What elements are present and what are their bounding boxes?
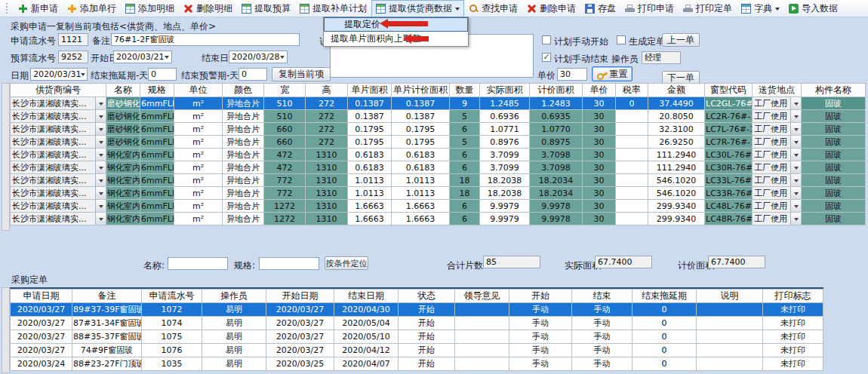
reset-button[interactable]: 重置 <box>592 66 633 81</box>
combo-value: 长沙市潇湘玻璃实... <box>11 149 95 161</box>
toolbar-button-import-data[interactable]: 导入数据 <box>784 0 842 17</box>
combo-dropdown-button[interactable] <box>95 110 106 122</box>
locate-button[interactable]: 按条件定位 <box>325 256 368 270</box>
cell-actual_area: 9.9979 <box>480 213 530 225</box>
combo-dropdown-button[interactable] <box>95 161 106 173</box>
combo-dropdown-button[interactable] <box>95 97 106 109</box>
toolbar-button-find-request[interactable]: 查找申请 <box>464 0 522 17</box>
start-date-picker[interactable]: 2020/03/21 <box>113 51 172 63</box>
cell-supplier[interactable]: 长沙市潇湘玻璃实... <box>11 110 106 123</box>
detail-row[interactable]: 长沙市潇湘玻璃实...磨砂钢化...6mmFLE...m²异地合片5102720… <box>11 97 866 110</box>
cell-supplier[interactable]: 长沙市潇湘玻璃实... <box>11 97 106 110</box>
cell-request_no: 1076 <box>142 344 202 357</box>
menu-item[interactable]: 提取单片面积向上取整 <box>324 32 468 46</box>
cell-supplier[interactable]: 长沙市潇湘玻璃实... <box>11 200 106 213</box>
end-warn-input[interactable]: 0 <box>239 68 267 81</box>
combo-dropdown-button[interactable] <box>790 136 801 148</box>
cell-delivery_location[interactable]: 工厂使用 <box>753 97 802 110</box>
combo-dropdown-button[interactable] <box>95 174 106 186</box>
filter-spec-input[interactable] <box>259 257 319 270</box>
cell-delivery_location[interactable]: 工厂使用 <box>753 149 802 161</box>
toolbar-button-save[interactable]: 存盘 <box>580 0 620 17</box>
operator-label: 操作员 <box>611 53 639 66</box>
order-row[interactable]: 2020/03/2788#35-37F窗固玻1075易明2020/03/2720… <box>11 330 823 344</box>
cell-delivery_location[interactable]: 工厂使用 <box>753 123 802 136</box>
cell-delivery_location[interactable]: 工厂使用 <box>753 213 802 225</box>
combo-dropdown-button[interactable] <box>95 136 106 148</box>
cell-delivery_location[interactable]: 工厂使用 <box>753 200 802 213</box>
cell-supplier[interactable]: 长沙市潇湘玻璃实... <box>11 149 106 161</box>
combo-dropdown-button[interactable] <box>790 123 801 135</box>
manual-end-checkbox[interactable]: ✓ <box>542 53 551 62</box>
combo-dropdown-button[interactable] <box>95 149 106 161</box>
combo-dropdown-button[interactable] <box>790 97 801 109</box>
combo-dropdown-button[interactable] <box>790 110 801 122</box>
combo-dropdown-button[interactable] <box>95 123 106 135</box>
manual-start-checkbox[interactable] <box>542 35 551 44</box>
cell-width: 472 <box>264 149 306 161</box>
cell-supplier[interactable]: 长沙市潇湘玻璃实... <box>11 213 106 225</box>
cell-supplier[interactable]: 长沙市潇湘玻璃实... <box>11 187 106 200</box>
toolbar-button-extract-supplement-plan[interactable]: 提取补单计划 <box>295 0 371 17</box>
date-picker[interactable]: 2020/03/31 <box>30 68 88 81</box>
unit-price-input[interactable]: 30 <box>557 68 587 81</box>
budget-no-field[interactable]: 9252 <box>58 51 88 63</box>
order-row[interactable]: 2020/03/2789#37-39F窗固玻1072易明2020/03/2720… <box>11 303 823 317</box>
remark-input[interactable]: 76#1-2F窗固玻 <box>111 33 300 46</box>
gen-order-checkbox[interactable] <box>617 35 626 44</box>
combo-dropdown-button[interactable] <box>790 187 801 199</box>
end-date-picker[interactable]: 2020/03/28 <box>229 51 288 63</box>
toolbar-button-print-request[interactable]: 打印申请 <box>620 0 679 17</box>
toolbar-button-delete-request[interactable]: 删除申请 <box>522 0 580 17</box>
combo-dropdown-button[interactable] <box>790 200 801 212</box>
combo-dropdown-button[interactable] <box>95 187 106 199</box>
combo-dropdown-button[interactable] <box>790 213 801 225</box>
detail-row[interactable]: 长沙市潇湘玻璃实...钢化室内...6mmFLE...m²异地合片1272131… <box>11 200 866 213</box>
toolbar-button-extract-vendor-data[interactable]: 提取供货商数据 <box>371 0 464 17</box>
chevron-down-icon <box>81 73 85 78</box>
cell-delivery_location[interactable]: 工厂使用 <box>753 110 802 123</box>
combo-dropdown-button[interactable] <box>95 213 106 225</box>
combo-dropdown-button[interactable] <box>790 174 801 186</box>
combo-dropdown-button[interactable] <box>95 200 106 212</box>
filter-name-input[interactable] <box>168 257 228 270</box>
cell-delivery_location[interactable]: 工厂使用 <box>753 187 802 200</box>
prev-order-button[interactable]: 上一单 <box>662 33 700 47</box>
detail-row[interactable]: 长沙市潇湘玻璃实...磨砂钢化...6mmFLE...m²异地合片6602720… <box>11 123 866 136</box>
operator-field[interactable]: 经理 <box>642 51 681 64</box>
cell-supplier[interactable]: 长沙市潇湘玻璃实... <box>11 174 106 187</box>
cell-height: 1310 <box>306 174 348 187</box>
end-delay-input[interactable]: 0 <box>148 68 177 81</box>
toolbar-button-add-detail[interactable]: 添加明细 <box>121 0 179 17</box>
cell-actual_area: 18.2038 <box>480 174 530 187</box>
detail-row[interactable]: 长沙市潇湘玻璃实...磨砂钢化...6mmFLE...m²异地合片6602720… <box>11 136 866 149</box>
combo-dropdown-button[interactable] <box>790 161 801 173</box>
detail-row[interactable]: 长沙市潇湘玻璃实...钢化室内...6mmFLE...m²异地合片4721310… <box>11 161 866 174</box>
chevron-down-icon <box>794 205 799 210</box>
cell-supplier[interactable]: 长沙市潇湘玻璃实... <box>11 161 106 174</box>
cell-supplier[interactable]: 长沙市潇湘玻璃实... <box>11 136 106 149</box>
toolbar-button-delete-detail[interactable]: 删除明细 <box>179 0 237 17</box>
combo-dropdown-button[interactable] <box>790 149 801 161</box>
cell-end_delay: 0 <box>633 317 697 330</box>
cell-print_flag: 未打印 <box>763 303 823 317</box>
toolbar-button-print-order[interactable]: 打印定单 <box>679 0 737 17</box>
detail-row[interactable]: 长沙市潇湘玻璃实...钢化室内...6mmFLE...m²异地合片7721310… <box>11 187 866 200</box>
toolbar-button-add-row[interactable]: 添加单行 <box>63 0 121 17</box>
cell-supplier[interactable]: 长沙市潇湘玻璃实... <box>11 123 106 136</box>
detail-row[interactable]: 长沙市潇湘玻璃实...钢化室内...6mmFLE...m²异地合片7721310… <box>11 174 866 187</box>
request-no-field[interactable]: 1121 <box>58 33 88 46</box>
cell-delivery_location[interactable]: 工厂使用 <box>753 161 802 174</box>
order-row[interactable]: 2020/03/2488#23-27F门顶玻1035易明2020/03/2520… <box>11 357 823 371</box>
order-row[interactable]: 2020/03/2774#9F窗固玻1076易明2020/03/272020/0… <box>11 344 823 357</box>
cell-delivery_location[interactable]: 工厂使用 <box>753 136 802 149</box>
detail-row[interactable]: 长沙市潇湘玻璃实...钢化室内...6mmFLE...m²异地合片1272131… <box>11 213 866 225</box>
copy-current-button[interactable]: 复制当前项 <box>272 67 331 81</box>
detail-row[interactable]: 长沙市潇湘玻璃实...磨砂钢化...6mmFLE...m²异地合片5102720… <box>11 110 866 123</box>
toolbar-button-new-request[interactable]: 新申请 <box>14 0 63 17</box>
toolbar-button-extract-budget[interactable]: 提取预算 <box>237 0 295 17</box>
toolbar-button-dictionary[interactable]: 字典 <box>737 0 784 17</box>
cell-delivery_location[interactable]: 工厂使用 <box>753 174 802 187</box>
detail-row[interactable]: 长沙市潇湘玻璃实...钢化室内...6mmFLE...m²异地合片4721310… <box>11 149 866 161</box>
order-row[interactable]: 2020/03/2787#31-34F窗固玻1074易明2020/03/2720… <box>11 317 823 330</box>
